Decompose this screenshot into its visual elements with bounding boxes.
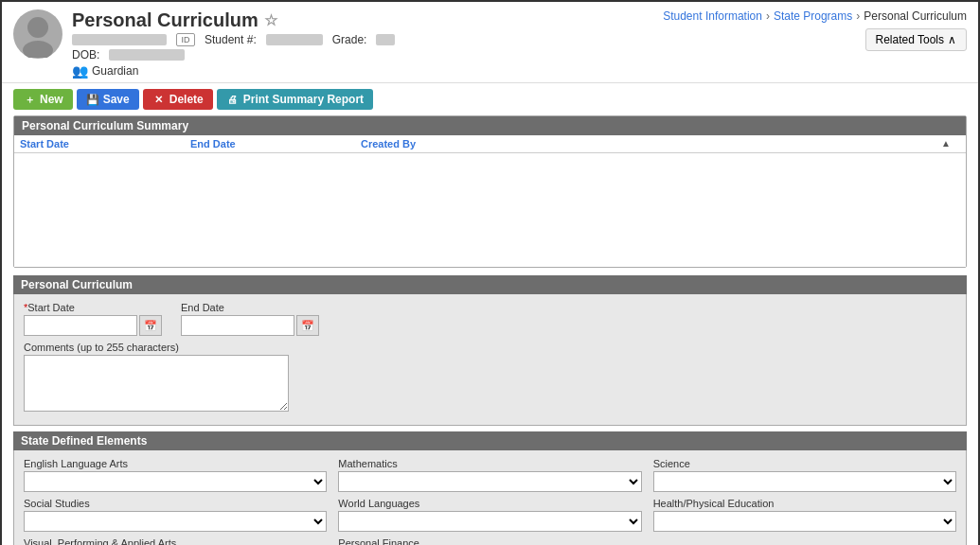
save-icon: 💾 [86, 93, 99, 106]
visual-arts-label: Visual, Performing & Applied Arts [24, 537, 327, 545]
english-language-arts-label: English Language Arts [24, 458, 327, 469]
dob-row: DOB: [72, 48, 395, 62]
dates-row: *Start Date 📅 End Date 📅 [24, 302, 956, 336]
comments-field: Comments (up to 255 characters) [24, 342, 289, 412]
guardian-label: Guardian [92, 64, 138, 78]
page-wrapper: Personal Curriculum ☆ ID Student #: Grad… [0, 0, 980, 545]
end-date-input[interactable] [181, 315, 294, 336]
personal-finance-field: Personal Finance [338, 537, 641, 545]
breadcrumb-student-information[interactable]: Student Information [663, 9, 762, 23]
student-num-redacted [266, 34, 323, 45]
visual-arts-field: Visual, Performing & Applied Arts [24, 537, 327, 545]
student-num-label: Student #: [205, 33, 257, 46]
start-date-field: *Start Date 📅 [24, 302, 162, 336]
avatar [13, 9, 62, 59]
save-button[interactable]: 💾 Save [77, 89, 139, 110]
related-tools-button[interactable]: Related Tools ∧ [865, 28, 968, 51]
breadcrumb-sep-2: › [856, 9, 860, 23]
breadcrumb-current: Personal Curriculum [864, 9, 967, 23]
new-label: New [40, 93, 63, 106]
form-title: Personal Curriculum [21, 278, 133, 291]
state-grid: English Language Arts Mathematics Scienc… [24, 458, 956, 545]
state-body: English Language Arts Mathematics Scienc… [13, 450, 967, 545]
empty-grid-cell [653, 537, 956, 545]
comments-label: Comments (up to 255 characters) [24, 342, 289, 353]
guardian-row: 👥 Guardian [72, 63, 395, 79]
guardian-icon: 👥 [72, 63, 88, 79]
breadcrumb-state-programs[interactable]: State Programs [774, 9, 852, 23]
social-studies-label: Social Studies [24, 498, 327, 509]
dob-redacted [109, 49, 185, 61]
mathematics-field: Mathematics [338, 458, 641, 492]
end-date-input-group: 📅 [181, 315, 319, 336]
student-name-redacted [72, 34, 167, 45]
header-right: Student Information › State Programs › P… [663, 9, 967, 51]
start-date-input-group: 📅 [24, 315, 162, 336]
summary-table-header: Start Date End Date Created By ▲ [14, 135, 966, 153]
english-language-arts-select[interactable] [24, 471, 327, 492]
personal-finance-label: Personal Finance [338, 537, 641, 545]
state-section-header: State Defined Elements [13, 431, 967, 450]
header-info: Personal Curriculum ☆ ID Student #: Grad… [72, 9, 395, 79]
health-pe-select[interactable] [653, 511, 956, 532]
breadcrumb: Student Information › State Programs › P… [663, 9, 967, 23]
delete-button[interactable]: ✕ Delete [143, 89, 213, 110]
related-tools-label: Related Tools [876, 33, 945, 46]
state-title: State Defined Elements [21, 434, 147, 448]
english-language-arts-field: English Language Arts [24, 458, 327, 492]
health-pe-field: Health/Physical Education [653, 498, 956, 532]
summary-section-header: Personal Curriculum Summary [14, 116, 966, 135]
sort-arrow-icon: ▲ [941, 138, 960, 149]
end-date-field: End Date 📅 [181, 302, 319, 336]
personal-curriculum-form-section: Personal Curriculum *Start Date 📅 End Da… [13, 275, 967, 426]
form-body: *Start Date 📅 End Date 📅 [13, 294, 967, 426]
start-date-input[interactable] [24, 315, 137, 336]
summary-content: Start Date End Date Created By ▲ [14, 135, 966, 267]
dob-label: DOB: [72, 48, 99, 62]
grade-redacted [376, 34, 395, 45]
id-card-icon: ID [176, 33, 195, 46]
grade-label: Grade: [332, 33, 367, 46]
comments-textarea[interactable] [24, 355, 289, 412]
save-label: Save [103, 93, 130, 106]
col-start-date[interactable]: Start Date [20, 138, 190, 149]
mathematics-label: Mathematics [338, 458, 641, 469]
start-date-label: *Start Date [24, 302, 162, 313]
star-icon[interactable]: ☆ [264, 11, 277, 29]
world-languages-field: World Languages [338, 498, 641, 532]
science-select[interactable] [653, 471, 956, 492]
col-created-by[interactable]: Created By [361, 138, 941, 149]
toolbar: ＋ New 💾 Save ✕ Delete 🖨 Print Summary Re… [2, 83, 978, 115]
new-button[interactable]: ＋ New [13, 89, 73, 110]
end-date-label: End Date [181, 302, 319, 313]
svg-point-1 [23, 41, 53, 58]
mathematics-select[interactable] [338, 471, 641, 492]
world-languages-label: World Languages [338, 498, 641, 509]
summary-title: Personal Curriculum Summary [22, 119, 188, 132]
header: Personal Curriculum ☆ ID Student #: Grad… [2, 2, 978, 83]
social-studies-field: Social Studies [24, 498, 327, 532]
summary-section: Personal Curriculum Summary Start Date E… [13, 115, 967, 268]
delete-icon: ✕ [152, 93, 166, 106]
health-pe-label: Health/Physical Education [653, 498, 956, 509]
title-text: Personal Curriculum [72, 9, 258, 31]
print-summary-button[interactable]: 🖨 Print Summary Report [217, 89, 373, 110]
breadcrumb-sep-1: › [766, 9, 770, 23]
science-label: Science [653, 458, 956, 469]
header-left: Personal Curriculum ☆ ID Student #: Grad… [13, 9, 395, 79]
summary-table-body [14, 153, 966, 267]
social-studies-select[interactable] [24, 511, 327, 532]
col-end-date[interactable]: End Date [190, 138, 361, 149]
print-label: Print Summary Report [243, 93, 364, 106]
start-date-calendar-button[interactable]: 📅 [139, 315, 162, 336]
plus-icon: ＋ [23, 93, 36, 106]
science-field: Science [653, 458, 956, 492]
state-defined-elements-section: State Defined Elements English Language … [13, 431, 967, 545]
form-section-header: Personal Curriculum [13, 275, 967, 294]
student-info-row: ID Student #: Grade: [72, 33, 395, 46]
end-date-calendar-button[interactable]: 📅 [296, 315, 319, 336]
world-languages-select[interactable] [338, 511, 641, 532]
svg-point-0 [27, 17, 48, 38]
related-tools-chevron-icon: ∧ [948, 33, 956, 46]
page-title: Personal Curriculum ☆ [72, 9, 395, 31]
